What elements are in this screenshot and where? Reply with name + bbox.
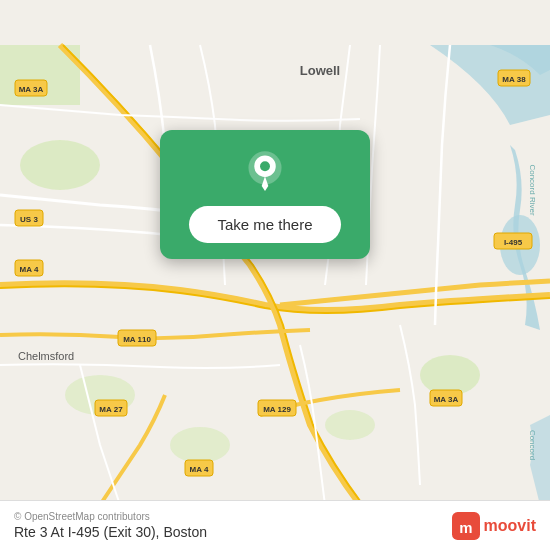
location-pin-icon bbox=[241, 148, 289, 196]
svg-point-3 bbox=[20, 140, 100, 190]
svg-point-6 bbox=[325, 410, 375, 440]
svg-text:MA 38: MA 38 bbox=[502, 75, 526, 84]
svg-text:MA 3A: MA 3A bbox=[19, 85, 44, 94]
action-card: Take me there bbox=[160, 130, 370, 259]
svg-text:Concord: Concord bbox=[528, 430, 537, 460]
svg-text:MA 4: MA 4 bbox=[20, 265, 39, 274]
svg-text:MA 129: MA 129 bbox=[263, 405, 291, 414]
svg-text:I-495: I-495 bbox=[504, 238, 523, 247]
svg-text:MA 110: MA 110 bbox=[123, 335, 151, 344]
svg-text:MA 3A: MA 3A bbox=[434, 395, 459, 404]
svg-text:MA 4: MA 4 bbox=[190, 465, 209, 474]
map-background: MA 3A MA 38 US 3 MA 4 I-495 MA 110 MA 27… bbox=[0, 0, 550, 550]
take-me-there-button[interactable]: Take me there bbox=[189, 206, 340, 243]
location-name: Rte 3 At I-495 (Exit 30), Boston bbox=[14, 524, 207, 540]
svg-point-5 bbox=[170, 427, 230, 463]
svg-point-7 bbox=[420, 355, 480, 395]
moovit-logo: m moovit bbox=[452, 512, 536, 540]
location-info: © OpenStreetMap contributors Rte 3 At I-… bbox=[14, 511, 207, 540]
svg-text:Concord River: Concord River bbox=[528, 164, 537, 215]
moovit-brand-name: moovit bbox=[484, 517, 536, 535]
svg-text:US 3: US 3 bbox=[20, 215, 38, 224]
bottom-bar: © OpenStreetMap contributors Rte 3 At I-… bbox=[0, 500, 550, 550]
osm-attribution: © OpenStreetMap contributors bbox=[14, 511, 207, 522]
svg-text:Lowell: Lowell bbox=[300, 63, 340, 78]
svg-rect-0 bbox=[0, 45, 550, 505]
svg-text:m: m bbox=[459, 518, 472, 535]
map-container: MA 3A MA 38 US 3 MA 4 I-495 MA 110 MA 27… bbox=[0, 0, 550, 550]
moovit-brand-icon: m bbox=[452, 512, 480, 540]
map-svg: MA 3A MA 38 US 3 MA 4 I-495 MA 110 MA 27… bbox=[0, 0, 550, 550]
svg-text:MA 27: MA 27 bbox=[99, 405, 123, 414]
svg-point-34 bbox=[260, 161, 270, 171]
svg-text:Chelmsford: Chelmsford bbox=[18, 350, 74, 362]
